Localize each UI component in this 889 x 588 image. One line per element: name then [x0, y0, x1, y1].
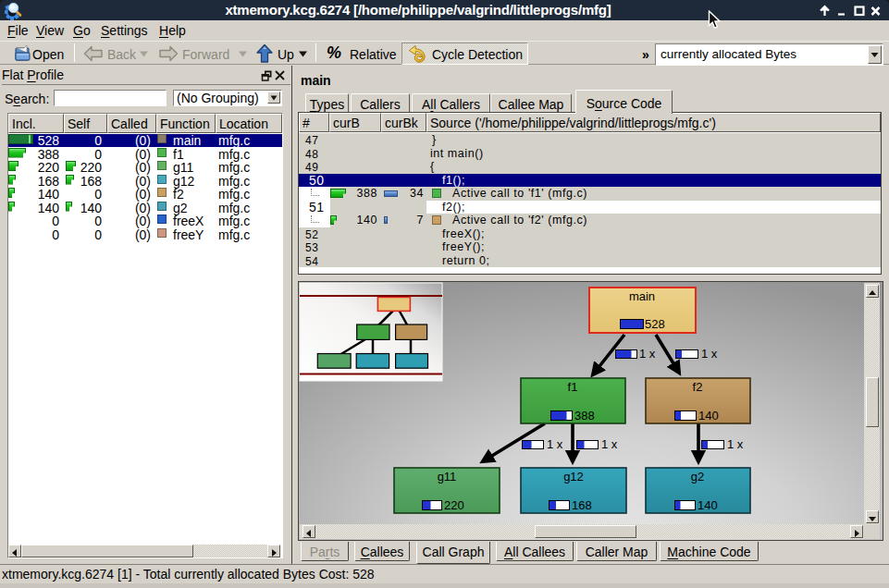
svg-text:g12: g12	[563, 470, 584, 484]
svg-text:388: 388	[574, 409, 595, 423]
svg-text:220: 220	[444, 498, 464, 512]
svg-text:g2: g2	[691, 470, 704, 484]
svg-text:1 x: 1 x	[639, 347, 656, 361]
svg-text:1 x: 1 x	[727, 437, 744, 451]
svg-text:main: main	[629, 289, 655, 303]
svg-text:140: 140	[698, 498, 718, 512]
svg-text:g11: g11	[438, 470, 457, 484]
svg-text:140: 140	[698, 409, 719, 423]
svg-text:1 x: 1 x	[701, 347, 718, 361]
svg-text:1 x: 1 x	[601, 437, 618, 451]
svg-text:f2: f2	[693, 380, 703, 394]
svg-text:f1: f1	[568, 380, 578, 394]
svg-text:168: 168	[572, 498, 592, 512]
svg-text:1 x: 1 x	[547, 437, 563, 451]
svg-text:528: 528	[645, 317, 665, 331]
